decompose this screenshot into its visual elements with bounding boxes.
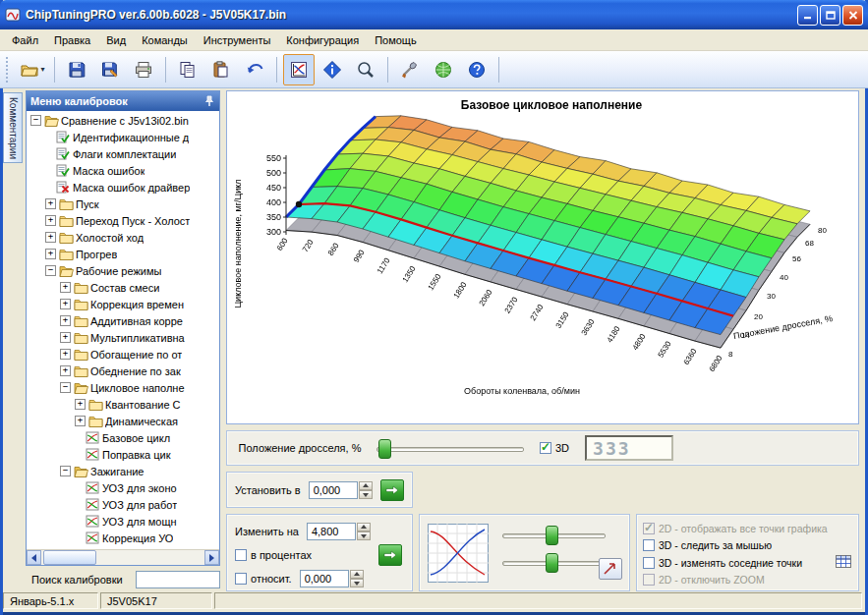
tree-item[interactable]: Идентификационные д bbox=[27, 129, 219, 145]
collapse-icon[interactable]: − bbox=[60, 382, 71, 393]
tree-item[interactable]: +Холостой ход bbox=[27, 229, 219, 246]
chart-3d-button[interactable] bbox=[283, 54, 315, 85]
menu-item-0[interactable]: Файл bbox=[4, 31, 46, 49]
scroll-right-button[interactable] bbox=[204, 550, 219, 565]
tree-item[interactable]: −Сравнение с J5v13i02.bin bbox=[27, 112, 219, 129]
expand-icon[interactable]: + bbox=[45, 215, 56, 226]
online-update-button[interactable] bbox=[428, 54, 459, 85]
spin-up-button[interactable] bbox=[350, 570, 364, 579]
tree-item[interactable]: Флаги комплектации bbox=[27, 145, 219, 162]
function-slider-2[interactable] bbox=[502, 552, 606, 572]
save-button[interactable] bbox=[61, 54, 92, 85]
expand-icon[interactable]: + bbox=[60, 365, 71, 376]
surface-3d-chart[interactable] bbox=[227, 91, 858, 423]
comments-panel-tab[interactable]: Комментарии bbox=[3, 92, 23, 163]
expand-icon[interactable]: + bbox=[60, 282, 71, 293]
expand-icon[interactable]: + bbox=[75, 416, 86, 426]
menu-item-5[interactable]: Конфигурация bbox=[278, 31, 367, 49]
scroll-left-button[interactable] bbox=[27, 550, 41, 565]
throttle-slider[interactable] bbox=[376, 438, 524, 458]
expand-icon[interactable]: + bbox=[60, 349, 71, 360]
help-button[interactable] bbox=[461, 54, 492, 85]
tree-item[interactable]: УОЗ для эконо bbox=[27, 479, 219, 496]
tree-item[interactable]: −Цикловое наполне bbox=[27, 379, 219, 396]
tree-item[interactable]: Базовое цикл bbox=[27, 429, 219, 446]
spin-up-button[interactable] bbox=[357, 523, 371, 531]
tree-item[interactable]: Маска ошибок драйвер bbox=[27, 179, 219, 196]
relative-value-input[interactable]: 0,000 bbox=[300, 570, 349, 587]
expand-icon[interactable]: + bbox=[45, 198, 56, 209]
menu-item-3[interactable]: Команды bbox=[134, 31, 196, 49]
calibration-search-input[interactable] bbox=[136, 571, 220, 588]
3d-checkbox[interactable]: 3D bbox=[540, 442, 569, 454]
title-bar[interactable]: ChipTuningPRO ver.6.00b.6028 - J5V05K17.… bbox=[0, 0, 868, 29]
apply-function-button[interactable] bbox=[599, 558, 622, 580]
relative-checkbox[interactable]: относит. bbox=[235, 573, 292, 585]
minimize-button[interactable] bbox=[797, 5, 818, 26]
tree-item[interactable]: +Состав смеси bbox=[27, 279, 219, 296]
menu-item-6[interactable]: Помощь bbox=[367, 31, 425, 49]
expand-icon[interactable]: + bbox=[60, 299, 71, 309]
tree-item[interactable]: +Аддитивная корре bbox=[27, 312, 219, 329]
paste-button[interactable] bbox=[205, 54, 237, 85]
menu-item-4[interactable]: Инструменты bbox=[196, 31, 279, 49]
pin-icon[interactable] bbox=[203, 95, 215, 107]
tree-item[interactable]: +Переход Пуск - Холост bbox=[27, 212, 219, 229]
tree-item[interactable]: −Зажигание bbox=[27, 463, 219, 479]
expand-icon[interactable]: + bbox=[45, 249, 56, 259]
spin-up-button[interactable] bbox=[359, 481, 373, 490]
checkbox-box[interactable] bbox=[235, 573, 247, 585]
grid-icon[interactable] bbox=[836, 555, 851, 568]
checkbox-box[interactable] bbox=[643, 539, 655, 551]
toolbar-grip[interactable] bbox=[6, 57, 11, 83]
undo-button[interactable] bbox=[239, 54, 270, 85]
zoom-button[interactable] bbox=[350, 54, 381, 85]
tree-item[interactable]: −Рабочие режимы bbox=[27, 262, 219, 279]
checkbox-box[interactable] bbox=[235, 549, 247, 561]
spin-down-button[interactable] bbox=[357, 531, 371, 540]
collapse-icon[interactable]: − bbox=[30, 115, 41, 126]
spin-down-button[interactable] bbox=[350, 579, 364, 587]
collapse-icon[interactable]: − bbox=[45, 265, 56, 276]
tree-item[interactable]: Маска ошибок bbox=[27, 162, 219, 179]
tree-item[interactable]: Коррекция УО bbox=[27, 530, 219, 546]
tree-item[interactable]: +Обеднение по зак bbox=[27, 363, 219, 379]
tree-horizontal-scrollbar[interactable] bbox=[27, 549, 219, 565]
tree-item[interactable]: +Обогащение по от bbox=[27, 346, 219, 363]
slider-thumb[interactable] bbox=[546, 553, 558, 573]
tree-item[interactable]: УОЗ для работ bbox=[27, 496, 219, 513]
expand-icon[interactable]: + bbox=[75, 399, 86, 410]
option-checkbox-1[interactable]: 3D - следить за мышью bbox=[643, 539, 772, 551]
spin-down-button[interactable] bbox=[359, 490, 373, 499]
expand-icon[interactable]: + bbox=[60, 332, 71, 343]
calibration-tools-button[interactable] bbox=[394, 54, 426, 85]
tree-item[interactable]: +Мультипликативна bbox=[27, 329, 219, 346]
expand-icon[interactable]: + bbox=[45, 232, 56, 243]
tree-item[interactable]: Поправка цик bbox=[27, 446, 219, 463]
collapse-icon[interactable]: − bbox=[60, 466, 71, 476]
open-dropdown-icon[interactable]: ▾ bbox=[40, 65, 44, 74]
tree-item[interactable]: +Квантование С bbox=[27, 396, 219, 413]
info-button[interactable] bbox=[317, 54, 348, 85]
checkbox-box[interactable] bbox=[643, 574, 655, 586]
option-checkbox-0[interactable]: 2D - отображать все точки графика bbox=[643, 523, 828, 534]
tree-item[interactable]: +Коррекция времен bbox=[27, 296, 219, 312]
menu-item-2[interactable]: Вид bbox=[98, 31, 134, 49]
maximize-button[interactable] bbox=[820, 5, 840, 26]
apply-change-button[interactable] bbox=[378, 544, 402, 566]
slider-thumb[interactable] bbox=[378, 439, 391, 459]
function-slider-1[interactable] bbox=[502, 525, 606, 544]
option-checkbox-3[interactable]: 2D - отключить ZOOM bbox=[643, 574, 765, 586]
save-as-button[interactable] bbox=[94, 54, 126, 85]
change-value-input[interactable]: 4,800 bbox=[307, 523, 356, 540]
checkbox-box[interactable] bbox=[540, 442, 551, 454]
checkbox-box[interactable] bbox=[643, 557, 655, 569]
checkbox-box[interactable] bbox=[643, 523, 655, 534]
tree-item[interactable]: +Прогрев bbox=[27, 246, 219, 262]
copy-button[interactable] bbox=[172, 54, 203, 85]
scrollbar-thumb[interactable] bbox=[43, 550, 96, 565]
close-button[interactable] bbox=[842, 5, 863, 26]
percent-checkbox[interactable]: в процентах bbox=[235, 549, 312, 561]
function-preview-chart[interactable] bbox=[428, 524, 489, 583]
tree-item[interactable]: +Динамическая bbox=[27, 413, 219, 429]
